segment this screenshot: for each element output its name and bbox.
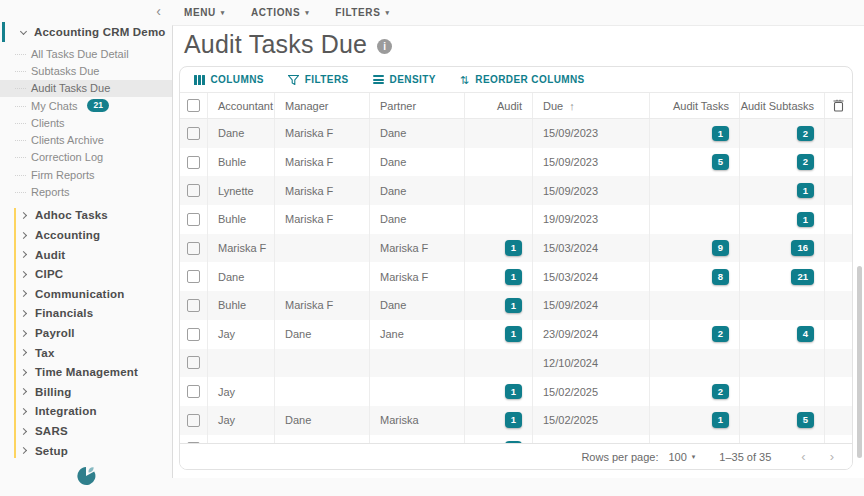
audit-subtasks-count-badge[interactable]: 1 bbox=[797, 183, 814, 199]
table-row[interactable]: 12/10/2024 bbox=[180, 349, 852, 378]
audit-cell bbox=[465, 205, 533, 234]
audit-subtasks-count-badge[interactable]: 4 bbox=[797, 326, 814, 342]
main-area: MENU ▾ ACTIONS ▾ FILTERS ▾ Audit Tasks D… bbox=[172, 0, 864, 496]
row-checkbox[interactable] bbox=[187, 213, 200, 226]
audit-subtasks-count-badge[interactable]: 16 bbox=[791, 240, 814, 256]
sidebar-item-audit-tasks-due[interactable]: Audit Tasks Due bbox=[0, 80, 172, 97]
table-row[interactable]: Buhle Mariska F Dane 19/09/2023 1 bbox=[180, 205, 852, 234]
sidebar-item-all-tasks-due-detail[interactable]: All Tasks Due Detail bbox=[0, 45, 172, 62]
sidebar-group-tax[interactable]: Tax bbox=[0, 343, 172, 363]
row-checkbox[interactable] bbox=[187, 127, 200, 140]
sidebar-group-payroll[interactable]: Payroll bbox=[0, 323, 172, 343]
row-checkbox[interactable] bbox=[187, 242, 200, 255]
row-delete-cell bbox=[825, 262, 852, 291]
row-select-cell bbox=[180, 349, 208, 378]
menu-actions[interactable]: ACTIONS ▾ bbox=[251, 7, 309, 18]
chevron-down-icon bbox=[20, 27, 27, 34]
due-date-cell: 15/03/2024 bbox=[533, 234, 650, 263]
audit-subtasks-count-badge[interactable]: 5 bbox=[797, 412, 814, 428]
sidebar-group-setup[interactable]: Setup bbox=[0, 441, 172, 461]
audit-tasks-count-badge[interactable]: 2 bbox=[712, 326, 729, 342]
audit-count-badge[interactable]: 1 bbox=[505, 384, 522, 400]
columns-icon bbox=[194, 75, 205, 85]
window-scrollbar-thumb[interactable] bbox=[857, 266, 862, 458]
table-row[interactable]: Dane Mariska F Dane 15/09/2023 1 2 bbox=[180, 119, 852, 148]
filters-button[interactable]: FILTERS bbox=[288, 74, 349, 85]
table-row[interactable]: Buhle Mariska F Dane 1 15/09/2024 bbox=[180, 291, 852, 320]
select-all-checkbox[interactable] bbox=[187, 99, 200, 112]
sidebar-item-firm-reports[interactable]: Firm Reports bbox=[0, 166, 172, 183]
table-row[interactable]: Jay 1 15/02/2025 2 bbox=[180, 377, 852, 406]
sidebar-group-audit[interactable]: Audit bbox=[0, 245, 172, 265]
row-checkbox[interactable] bbox=[187, 270, 200, 283]
header-audit-subtasks[interactable]: Audit Subtasks bbox=[740, 93, 825, 118]
audit-count-badge[interactable]: 1 bbox=[505, 269, 522, 285]
row-checkbox[interactable] bbox=[187, 299, 200, 312]
menu-menu[interactable]: MENU ▾ bbox=[184, 7, 225, 18]
sidebar-group-sars[interactable]: SARS bbox=[0, 421, 172, 441]
header-audit[interactable]: Audit bbox=[465, 93, 533, 118]
sidebar-group-cipc[interactable]: CIPC bbox=[0, 264, 172, 284]
audit-subtasks-count-badge[interactable]: 2 bbox=[797, 126, 814, 142]
table-row[interactable]: Mariska F Mariska F 1 15/03/2024 9 16 bbox=[180, 234, 852, 263]
sidebar-group-integration[interactable]: Integration bbox=[0, 402, 172, 422]
row-checkbox[interactable] bbox=[187, 414, 200, 427]
table-row[interactable]: Jay Dane Mariska 1 15/02/2025 1 5 bbox=[180, 406, 852, 435]
table-row[interactable]: Jay Dane Jane 1 23/09/2024 2 4 bbox=[180, 320, 852, 349]
row-delete-cell bbox=[825, 377, 852, 406]
audit-tasks-count-badge[interactable]: 9 bbox=[712, 240, 729, 256]
table-row[interactable]: Buhle Mariska F Dane 15/09/2023 5 2 bbox=[180, 148, 852, 177]
sidebar-group-accounting[interactable]: Accounting bbox=[0, 225, 172, 245]
sidebar-item-my-chats[interactable]: My Chats 21 bbox=[0, 97, 172, 114]
sidebar-group-financials[interactable]: Financials bbox=[0, 304, 172, 324]
sidebar-root-accounting-crm-demo[interactable]: Accounting CRM Demo bbox=[0, 22, 172, 42]
sidebar-item-correction-log[interactable]: Correction Log bbox=[0, 149, 172, 166]
row-checkbox[interactable] bbox=[187, 328, 200, 341]
table-header-row: Accountant Manager Partner Audit Due ↑ A… bbox=[180, 92, 852, 119]
header-accountant[interactable]: Accountant bbox=[208, 93, 275, 118]
sidebar-item-clients-archive[interactable]: Clients Archive bbox=[0, 131, 172, 148]
next-page-button[interactable]: › bbox=[830, 449, 834, 464]
sidebar-collapse-icon[interactable]: ‹ bbox=[156, 2, 161, 20]
menu-filters[interactable]: FILTERS ▾ bbox=[335, 7, 389, 18]
sidebar-group-time-management[interactable]: Time Management bbox=[0, 362, 172, 382]
rows-per-page-value: 100 bbox=[668, 451, 686, 463]
row-checkbox[interactable] bbox=[187, 356, 200, 369]
audit-tasks-count-badge[interactable]: 5 bbox=[712, 154, 729, 170]
audit-count-badge[interactable]: 1 bbox=[505, 298, 522, 314]
audit-subtasks-count-badge[interactable]: 2 bbox=[797, 154, 814, 170]
audit-count-badge[interactable]: 1 bbox=[505, 412, 522, 428]
audit-subtasks-count-badge[interactable]: 1 bbox=[797, 212, 814, 228]
row-checkbox[interactable] bbox=[187, 156, 200, 169]
row-checkbox[interactable] bbox=[187, 184, 200, 197]
density-button[interactable]: DENSITY bbox=[373, 74, 436, 85]
header-partner[interactable]: Partner bbox=[370, 93, 465, 118]
sidebar-item-clients[interactable]: Clients bbox=[0, 114, 172, 131]
info-icon[interactable]: i bbox=[377, 39, 392, 54]
table-row[interactable]: Mariska F Mariska F 1 15/03/2025 bbox=[180, 435, 852, 443]
header-delete-column[interactable] bbox=[825, 93, 852, 118]
audit-tasks-count-badge[interactable]: 1 bbox=[712, 126, 729, 142]
header-due[interactable]: Due ↑ bbox=[533, 93, 650, 118]
audit-count-badge[interactable]: 1 bbox=[505, 240, 522, 256]
audit-tasks-count-badge[interactable]: 1 bbox=[712, 412, 729, 428]
audit-tasks-count-badge[interactable]: 2 bbox=[712, 384, 729, 400]
sidebar-item-reports[interactable]: Reports bbox=[0, 183, 172, 200]
previous-page-button[interactable]: ‹ bbox=[801, 449, 805, 464]
table-row[interactable]: Lynette Mariska F Dane 15/09/2023 1 bbox=[180, 176, 852, 205]
audit-tasks-count-badge[interactable]: 8 bbox=[712, 269, 729, 285]
sidebar-group-adhoc-tasks[interactable]: Adhoc Tasks bbox=[0, 206, 172, 226]
header-audit-tasks[interactable]: Audit Tasks bbox=[650, 93, 740, 118]
columns-button[interactable]: COLUMNS bbox=[194, 74, 264, 85]
sidebar-group-communication[interactable]: Communication bbox=[0, 284, 172, 304]
rows-per-page-select[interactable]: 100 ▾ bbox=[668, 451, 695, 463]
sidebar-item-subtasks-due[interactable]: Subtasks Due bbox=[0, 62, 172, 79]
manager-cell: Dane bbox=[275, 320, 370, 349]
audit-subtasks-count-badge[interactable]: 21 bbox=[791, 269, 814, 285]
audit-count-badge[interactable]: 1 bbox=[505, 326, 522, 342]
row-checkbox[interactable] bbox=[187, 385, 200, 398]
sidebar-group-billing[interactable]: Billing bbox=[0, 382, 172, 402]
reorder-columns-button[interactable]: ⇅ REORDER COLUMNS bbox=[460, 74, 585, 85]
table-row[interactable]: Dane Mariska F 1 15/03/2024 8 21 bbox=[180, 262, 852, 291]
header-manager[interactable]: Manager bbox=[275, 93, 370, 118]
